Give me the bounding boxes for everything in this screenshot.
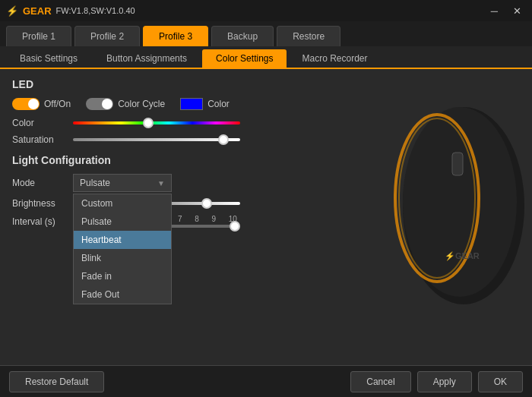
brightness-label: Brightness: [12, 198, 73, 209]
dropdown-arrow-icon: ▼: [157, 179, 165, 187]
mouse-svg: ⚡GEAR: [319, 69, 532, 327]
profile-tab-3[interactable]: Profile 3: [143, 26, 208, 46]
interval-num-9: 9: [212, 215, 217, 223]
color-swatch[interactable]: [180, 98, 203, 110]
bottom-bar: Restore Default Cancel Apply OK: [0, 365, 532, 397]
interval-label: Interval (s): [12, 216, 73, 227]
dropdown-item-fadeout[interactable]: Fade Out: [74, 285, 171, 304]
bottom-right-buttons: Cancel Apply OK: [350, 371, 523, 392]
offon-toggle[interactable]: [12, 98, 40, 110]
title-bar-controls: ─ ✕: [486, 4, 526, 18]
profile-tab-2[interactable]: Profile 2: [74, 26, 140, 46]
minimize-button[interactable]: ─: [486, 4, 502, 18]
mode-row: Mode Pulsate ▼ Custom Pulsate Heartbeat …: [12, 174, 520, 192]
dropdown-item-heartbeat[interactable]: Heartbeat: [74, 231, 171, 249]
main-content: ⚡GEAR LED Off/On Color Cycle: [0, 69, 532, 358]
brightness-slider-thumb[interactable]: [201, 198, 212, 209]
fnatic-logo: ⚡: [6, 5, 18, 17]
mode-label: Mode: [12, 178, 73, 188]
sub-tabs: Basic Settings Button Assignments Color …: [0, 46, 532, 69]
interval-num-8: 8: [195, 215, 199, 223]
mode-dropdown-menu: Custom Pulsate Heartbeat Blink Fade in F…: [73, 194, 172, 304]
mode-dropdown-value: Pulsate: [80, 178, 110, 188]
apply-button[interactable]: Apply: [417, 371, 472, 392]
dropdown-item-blink[interactable]: Blink: [74, 249, 171, 267]
close-button[interactable]: ✕: [508, 4, 526, 18]
mouse-image: ⚡GEAR: [319, 69, 532, 327]
saturation-slider[interactable]: [73, 138, 240, 141]
dropdown-item-fadein[interactable]: Fade in: [74, 267, 171, 285]
fw-sw-text: FW:V1.8,SW:V1.0.40: [56, 6, 135, 15]
tab-button-assignments[interactable]: Button Assignments: [93, 49, 201, 68]
tab-color-settings[interactable]: Color Settings: [202, 49, 287, 68]
colorcycle-toggle-knob: [102, 99, 112, 109]
interval-num-7: 7: [178, 215, 182, 223]
profile-tab-1[interactable]: Profile 1: [6, 26, 71, 46]
title-bar: ⚡ GEAR FW:V1.8,SW:V1.0.40 ─ ✕: [0, 0, 532, 21]
restore-default-button[interactable]: Restore Default: [9, 371, 104, 392]
gear-label: GEAR: [23, 5, 52, 17]
svg-rect-5: [452, 153, 463, 175]
tab-macro-recorder[interactable]: Macro Recorder: [288, 49, 381, 68]
color-slider-label: Color: [12, 118, 73, 128]
offon-label: Off/On: [44, 99, 71, 109]
led-option-offon: Off/On: [12, 98, 71, 110]
led-option-color: Color: [180, 98, 230, 110]
color-label: Color: [207, 99, 230, 109]
colorcycle-label: Color Cycle: [118, 99, 165, 109]
dropdown-item-pulsate[interactable]: Pulsate: [74, 213, 171, 231]
interval-slider-thumb[interactable]: [230, 221, 240, 232]
profile-tab-backup[interactable]: Backup: [211, 26, 274, 46]
profile-tabs: Profile 1 Profile 2 Profile 3 Backup Res…: [0, 21, 532, 46]
colorcycle-toggle[interactable]: [86, 98, 113, 110]
tab-basic-settings[interactable]: Basic Settings: [6, 49, 91, 68]
color-slider-thumb[interactable]: [143, 118, 154, 128]
saturation-slider-thumb[interactable]: [218, 134, 229, 145]
offon-toggle-knob: [28, 99, 39, 109]
mode-dropdown-wrapper: Pulsate ▼ Custom Pulsate Heartbeat Blink…: [73, 174, 172, 192]
mode-dropdown-button[interactable]: Pulsate ▼: [73, 174, 172, 192]
color-slider[interactable]: [73, 121, 240, 124]
ok-button[interactable]: OK: [478, 371, 523, 392]
dropdown-item-custom[interactable]: Custom: [74, 194, 171, 213]
profile-tab-restore[interactable]: Restore: [277, 26, 340, 46]
title-bar-left: ⚡ GEAR FW:V1.8,SW:V1.0.40: [6, 5, 135, 17]
saturation-slider-label: Saturation: [12, 134, 73, 145]
cancel-button[interactable]: Cancel: [350, 371, 410, 392]
led-option-colorcycle: Color Cycle: [86, 98, 165, 110]
svg-text:⚡GEAR: ⚡GEAR: [445, 250, 480, 261]
